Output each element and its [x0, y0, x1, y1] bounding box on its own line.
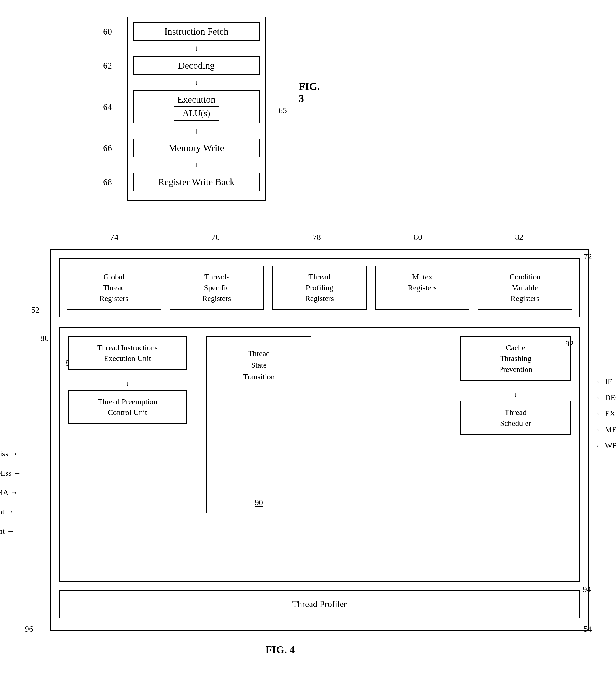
- ref-74-top: 74: [110, 232, 118, 242]
- thread-specific-registers-label: Thread-SpecificRegisters: [202, 273, 231, 303]
- thread-profiler-label: Thread Profiler: [292, 599, 347, 609]
- condition-variable-registers-label: ConditionVariableRegisters: [509, 273, 541, 303]
- arrow-4: ↓: [128, 162, 265, 168]
- global-thread-registers-label: GlobalThreadRegisters: [100, 273, 128, 303]
- right-col: 92 CacheThrashingPrevention ↓ ThreadSche…: [460, 336, 571, 435]
- thread-scheduler-box: ThreadScheduler: [460, 401, 571, 435]
- global-thread-registers: GlobalThreadRegisters: [67, 266, 161, 309]
- thread-instructions-execution-unit-label: Thread InstructionsExecution Unit: [97, 343, 158, 363]
- register-row: GlobalThreadRegisters Thread-SpecificReg…: [59, 258, 580, 317]
- ref-65: 65: [279, 106, 287, 115]
- ref-92: 92: [565, 339, 574, 348]
- signal-dec: ← DEC: [596, 394, 616, 402]
- signal-wb: ← WB: [596, 442, 616, 450]
- fig3-diagram: 50 60 Instruction Fetch ↓ 62 Decoding: [72, 17, 321, 201]
- fig4-diagram: 74 76 78 80 82 72 52 GlobalThreadRegiste…: [17, 249, 597, 631]
- signal-labels: IMiss → DMiss → DMA → RInt → AInt →: [0, 444, 21, 541]
- page: 50 60 Instruction Fetch ↓ 62 Decoding: [0, 0, 616, 690]
- thread-profiling-registers-label: ThreadProfilingRegisters: [305, 273, 334, 303]
- ref-76-top: 76: [211, 232, 220, 242]
- thread-state-transition-label: ThreadStateTransition: [243, 348, 275, 383]
- ref-52: 52: [31, 305, 40, 315]
- register-write-back-step: Register Write Back: [133, 173, 260, 191]
- thread-profiler-row: Thread Profiler: [59, 590, 580, 618]
- ref-96: 96: [25, 624, 33, 633]
- ref-78-top: 78: [312, 232, 321, 242]
- decoding-label: Decoding: [178, 60, 215, 70]
- signal-dma: DMA →: [0, 483, 21, 502]
- thread-state-transition-container: ThreadStateTransition 90: [206, 336, 311, 513]
- cache-thrashing-prevention-label: CacheThrashingPrevention: [499, 343, 532, 373]
- signal-rint: RInt →: [0, 502, 21, 521]
- instruction-fetch-label: Instruction Fetch: [164, 26, 228, 37]
- thread-scheduler-label: ThreadScheduler: [500, 408, 531, 428]
- ref-94: 94: [583, 585, 591, 594]
- signal-dmiss: DMiss →: [0, 463, 21, 483]
- lower-section-86: 86 88 Thread InstructionsExecution Unit …: [59, 327, 580, 582]
- arrow-1: ↓: [128, 46, 265, 51]
- ref-62: 62: [103, 60, 112, 70]
- signal-aint: AInt →: [0, 521, 21, 541]
- execution-step: Execution ALU(s): [133, 90, 260, 123]
- ref-54: 54: [584, 624, 592, 633]
- condition-variable-registers: ConditionVariableRegisters: [478, 266, 572, 309]
- alu-label: ALU(s): [182, 108, 210, 118]
- thread-state-transition-box: ThreadStateTransition 90: [206, 336, 311, 513]
- register-write-back-label: Register Write Back: [158, 177, 235, 187]
- thread-specific-registers: Thread-SpecificRegisters: [170, 266, 264, 309]
- ref-68: 68: [103, 177, 112, 187]
- thread-profiling-registers: ThreadProfilingRegisters: [272, 266, 367, 309]
- signal-ex: ← EX: [596, 410, 616, 417]
- thread-preemption-control-unit-label: Thread PreemptionControl Unit: [97, 397, 157, 417]
- pipeline-signals: ← IF ← DEC ← EX ← MEM: [596, 378, 616, 458]
- fig3-title: FIG. 3: [299, 80, 321, 105]
- signal-imiss: IMiss →: [0, 444, 21, 463]
- ref-64: 64: [103, 102, 112, 112]
- mutex-registers-label: MutexRegisters: [408, 273, 437, 292]
- down-arrow-1: ↓: [68, 380, 187, 388]
- ref-82-top: 82: [515, 232, 523, 242]
- arrow-3: ↓: [128, 128, 265, 134]
- decoding-step: Decoding: [133, 57, 260, 75]
- register-ref-labels: 74 76 78 80 82: [64, 232, 570, 242]
- down-arrow-2: ↓: [460, 390, 571, 399]
- signal-mem: ← MEM: [596, 426, 616, 433]
- ref-86: 86: [40, 333, 49, 343]
- thread-instructions-execution-unit-box: Thread InstructionsExecution Unit: [68, 336, 187, 370]
- outer-box-72: 52 GlobalThreadRegisters Thread-Specific…: [50, 249, 589, 631]
- signal-if: ← IF: [596, 378, 616, 385]
- thread-preemption-control-unit-box: Thread PreemptionControl Unit: [68, 390, 187, 424]
- left-col: Thread InstructionsExecution Unit ↓ Thre…: [68, 336, 187, 434]
- ref-60: 60: [103, 26, 112, 37]
- memory-write-label: Memory Write: [169, 143, 224, 153]
- cache-thrashing-prevention-box: CacheThrashingPrevention: [460, 336, 571, 381]
- pipeline-box: 60 Instruction Fetch ↓ 62 Decoding ↓ 6: [127, 17, 266, 201]
- ref-66: 66: [103, 143, 112, 153]
- alu-box: ALU(s): [174, 106, 219, 121]
- ref-80-top: 80: [414, 232, 422, 242]
- memory-write-step: Memory Write: [133, 139, 260, 157]
- fig4-title: FIG. 4: [266, 644, 295, 656]
- mutex-registers: MutexRegisters: [375, 266, 470, 309]
- instruction-fetch-step: Instruction Fetch: [133, 22, 260, 41]
- execution-label: Execution: [177, 94, 216, 105]
- ref-90: 90: [255, 498, 263, 507]
- arrow-2: ↓: [128, 80, 265, 86]
